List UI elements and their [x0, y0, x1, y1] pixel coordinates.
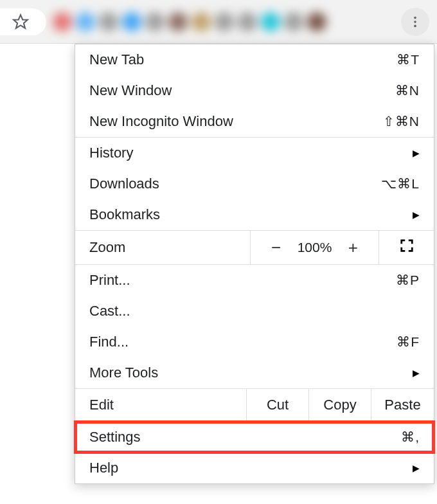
extension-icon[interactable]: [53, 12, 72, 32]
extensions-area: [46, 9, 396, 35]
svg-point-3: [414, 24, 416, 27]
menu-shortcut: ⇧⌘N: [383, 114, 420, 129]
omnibox-end: [0, 8, 46, 35]
menu-item-settings[interactable]: Settings ⌘,: [75, 422, 434, 453]
extension-icon[interactable]: [261, 12, 280, 32]
menu-item-find[interactable]: Find... ⌘F: [75, 327, 434, 357]
menu-label: Help: [89, 460, 413, 476]
extension-icon[interactable]: [284, 12, 303, 32]
menu-label: Settings: [89, 429, 401, 446]
menu-label: History: [89, 145, 413, 161]
chevron-right-icon: ▶: [413, 210, 420, 220]
zoom-controls: − 100% +: [251, 231, 379, 264]
menu-label: New Window: [89, 82, 395, 99]
menu-section-new: New Tab ⌘T New Window ⌘N New Incognito W…: [75, 44, 434, 138]
extension-icon[interactable]: [145, 12, 165, 32]
fullscreen-icon: [400, 239, 414, 256]
zoom-row: Zoom − 100% +: [75, 231, 434, 264]
menu-label: Downloads: [89, 176, 381, 192]
fullscreen-button[interactable]: [379, 231, 434, 264]
zoom-out-button[interactable]: −: [267, 238, 286, 258]
menu-label: Find...: [89, 334, 397, 350]
menu-label: Print...: [89, 272, 396, 289]
chevron-right-icon: ▶: [413, 148, 420, 158]
edit-row: Edit Cut Copy Paste: [75, 389, 434, 421]
edit-label: Edit: [75, 389, 247, 421]
extension-icon[interactable]: [122, 12, 141, 32]
extension-icon[interactable]: [238, 12, 257, 32]
edit-copy-button[interactable]: Copy: [309, 389, 371, 421]
main-menu-dropdown: New Tab ⌘T New Window ⌘N New Incognito W…: [75, 44, 434, 484]
menu-shortcut: ⌘P: [396, 273, 420, 288]
svg-point-2: [414, 21, 416, 23]
menu-item-downloads[interactable]: Downloads ⌥⌘L: [75, 168, 434, 199]
menu-section-zoom: Zoom − 100% +: [75, 231, 434, 265]
extension-icon[interactable]: [99, 12, 118, 32]
chevron-right-icon: ▶: [413, 463, 420, 473]
zoom-in-button[interactable]: +: [343, 238, 362, 258]
menu-item-history[interactable]: History ▶: [75, 138, 434, 168]
svg-marker-0: [13, 15, 28, 28]
menu-shortcut: ⌘T: [397, 52, 420, 68]
menu-label: New Tab: [89, 51, 397, 68]
menu-section-edit: Edit Cut Copy Paste: [75, 389, 434, 422]
menu-section-history: History ▶ Downloads ⌥⌘L Bookmarks ▶: [75, 138, 434, 231]
edit-cut-button[interactable]: Cut: [247, 389, 309, 421]
menu-item-new-tab[interactable]: New Tab ⌘T: [75, 44, 434, 75]
menu-shortcut: ⌘,: [401, 429, 420, 445]
svg-point-1: [414, 16, 416, 19]
menu-item-cast[interactable]: Cast...: [75, 296, 434, 327]
extension-icon[interactable]: [76, 12, 95, 32]
extension-icon[interactable]: [215, 12, 234, 32]
menu-label: Cast...: [89, 303, 420, 320]
menu-shortcut: ⌘F: [397, 334, 420, 350]
menu-item-print[interactable]: Print... ⌘P: [75, 265, 434, 296]
menu-section-tools: Print... ⌘P Cast... Find... ⌘F More Tool…: [75, 265, 434, 389]
browser-toolbar: [0, 0, 437, 44]
extension-icon[interactable]: [307, 12, 326, 32]
zoom-value: 100%: [298, 240, 332, 255]
menu-label: New Incognito Window: [89, 113, 383, 130]
main-menu-button[interactable]: [401, 8, 429, 36]
menu-item-new-incognito[interactable]: New Incognito Window ⇧⌘N: [75, 106, 434, 137]
chevron-right-icon: ▶: [413, 368, 420, 378]
extension-icon[interactable]: [168, 12, 188, 32]
menu-item-more-tools[interactable]: More Tools ▶: [75, 357, 434, 388]
extension-icon[interactable]: [192, 12, 211, 32]
menu-item-bookmarks[interactable]: Bookmarks ▶: [75, 199, 434, 230]
menu-shortcut: ⌘N: [395, 83, 420, 98]
menu-label: More Tools: [89, 364, 413, 381]
edit-paste-button[interactable]: Paste: [371, 389, 434, 421]
menu-item-help[interactable]: Help ▶: [75, 453, 434, 483]
menu-shortcut: ⌥⌘L: [381, 176, 420, 192]
menu-label: Bookmarks: [89, 206, 413, 223]
zoom-label: Zoom: [75, 231, 251, 264]
menu-section-settings: Settings ⌘, Help ▶: [75, 422, 434, 483]
menu-item-new-window[interactable]: New Window ⌘N: [75, 75, 434, 106]
bookmark-star-icon[interactable]: [12, 13, 30, 31]
